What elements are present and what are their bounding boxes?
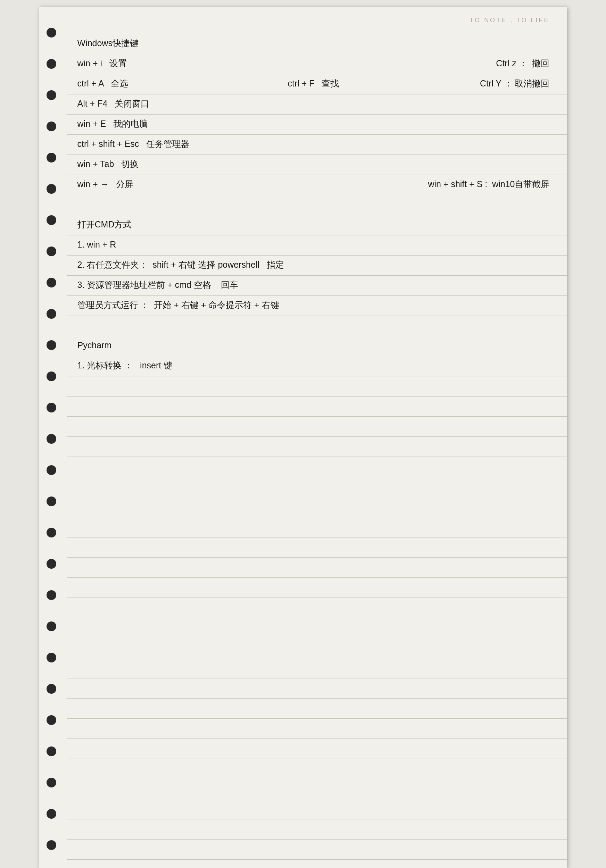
shortcut-ctrl-a: ctrl + A 全选 ctrl + F 查找 Ctrl Y ： 取消撤回 — [77, 73, 550, 93]
hole — [46, 622, 56, 631]
section-pycharm-title: Pycharm — [77, 335, 550, 355]
hole — [46, 246, 56, 256]
hole — [46, 809, 56, 819]
hole — [46, 90, 56, 100]
cmd-line-2: 2. 右任意文件夹： shift + 右键 选择 powershell 指定 — [77, 254, 550, 274]
hole — [46, 559, 56, 569]
pycharm-line-1: 1. 光标转换 ： insert 键 — [77, 355, 550, 375]
section-windows-title: Windows快捷键 — [77, 33, 550, 53]
shortcut-win-i: win + i 设置 Ctrl z ： 撤回 — [77, 53, 550, 73]
top-rule — [67, 28, 553, 28]
hole — [46, 372, 56, 381]
spiral-holes — [39, 7, 64, 868]
cmd-line-4: 管理员方式运行 ： 开始 + 右键 + 命令提示符 + 右键 — [77, 295, 550, 315]
shortcut-alt-f4: Alt + F4 关闭窗口 — [77, 93, 550, 113]
shortcut-win-tab: win + Tab 切换 — [77, 154, 550, 174]
cmd-line-1: 1. win + R — [77, 234, 550, 254]
spacer2 — [77, 315, 550, 335]
page-content: Windows快捷键 win + i 设置 Ctrl z ： 撤回 ctrl +… — [77, 33, 550, 375]
hole — [46, 278, 56, 287]
hole — [46, 840, 56, 850]
shortcut-win-split: win + → 分屏 win + shift + S : win10自带截屏 — [77, 174, 550, 194]
hole — [46, 340, 56, 350]
section-cmd-title: 打开CMD方式 — [77, 214, 550, 234]
cmd-line-3: 3. 资源管理器地址栏前 + cmd 空格 回车 — [77, 274, 550, 295]
notebook: TO NOTE , TO LIFE Windows快捷键 win + i 设置 … — [39, 7, 567, 868]
hole — [46, 653, 56, 662]
hole — [46, 778, 56, 787]
hole — [46, 715, 56, 725]
hole — [46, 496, 56, 506]
hole — [46, 747, 56, 756]
hole — [46, 528, 56, 538]
hole — [46, 153, 56, 163]
hole — [46, 215, 56, 225]
hole — [46, 403, 56, 412]
shortcut-task-manager: ctrl + shift + Esc 任务管理器 — [77, 134, 550, 154]
hole — [46, 184, 56, 194]
hole — [46, 684, 56, 694]
hole — [46, 309, 56, 319]
shortcut-win-e: win + E 我的电脑 — [77, 113, 550, 134]
spacer1 — [77, 194, 550, 214]
hole — [46, 28, 56, 37]
hole — [46, 465, 56, 475]
hole — [46, 434, 56, 444]
watermark: TO NOTE , TO LIFE — [470, 17, 549, 24]
hole — [46, 590, 56, 600]
hole — [46, 59, 56, 69]
hole — [46, 121, 56, 131]
